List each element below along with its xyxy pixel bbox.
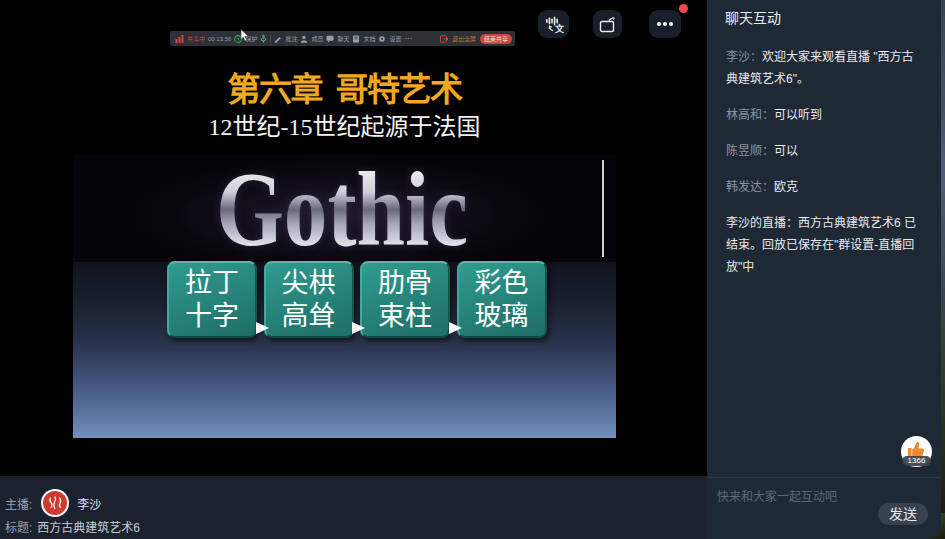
settings-icon[interactable] bbox=[378, 35, 386, 43]
like-count-badge: 1366 bbox=[902, 456, 931, 467]
flow-box-line: 肋骨 bbox=[362, 267, 448, 300]
banner-edge-line bbox=[602, 160, 604, 257]
host-row: 主播: 李沙 bbox=[5, 489, 101, 517]
rotate-screen-icon bbox=[599, 16, 617, 33]
presentation-slide: 第六章 哥特艺术 12世纪-15世纪起源于法国 bbox=[73, 31, 616, 438]
popout-icon[interactable] bbox=[440, 35, 449, 43]
flow-box-line: 拉丁 bbox=[169, 267, 255, 300]
desktop-wallpaper-edge bbox=[941, 0, 945, 539]
members-label[interactable]: 成员 bbox=[311, 34, 323, 43]
chat-panel: 聊天互动 李沙：欢迎大家来观看直播 "西方古典建筑艺术6"。 林高和：可以听到 … bbox=[707, 0, 941, 539]
host-avatar bbox=[41, 489, 69, 517]
more-options-button[interactable] bbox=[649, 10, 681, 38]
message-sender: 韩发达： bbox=[726, 180, 774, 194]
gothic-banner-image: Gothic Gothic bbox=[73, 155, 616, 262]
flow-arrow-icon bbox=[256, 322, 269, 334]
chat-label[interactable]: 聊天 bbox=[337, 34, 349, 43]
message-sender: 林高和： bbox=[726, 108, 774, 122]
toolbar-more-icon[interactable]: ⋯ bbox=[404, 33, 412, 44]
flow-box-line: 尖栱 bbox=[266, 267, 352, 300]
flow-box-4: 彩色 玻璃 bbox=[457, 261, 547, 338]
mic-icon[interactable] bbox=[260, 34, 267, 43]
video-area: 第六章 哥特艺术 12世纪-15世纪起源于法国 bbox=[0, 0, 707, 476]
chat-input-area: 快来和大家一起互动吧 发送 bbox=[707, 477, 941, 539]
more-options-icon bbox=[657, 22, 672, 25]
signal-bars-icon bbox=[175, 34, 184, 43]
stream-title-label: 标题: bbox=[5, 518, 32, 535]
annotate-label[interactable]: 批注 bbox=[285, 34, 297, 43]
slide-title: 第六章 哥特艺术 bbox=[73, 72, 616, 108]
bottom-info-bar: 主播: 李沙 标题: 西方古典建筑艺术6 bbox=[0, 476, 707, 539]
message-text: 欧克 bbox=[774, 180, 798, 194]
chat-panel-title: 聊天互动 bbox=[725, 8, 781, 28]
notification-dot bbox=[679, 4, 688, 13]
caption-translate-icon: 文 bbox=[544, 16, 564, 33]
stream-title-value: 西方古典建筑艺术6 bbox=[37, 518, 140, 535]
chat-message-list[interactable]: 李沙：欢迎大家来观看直播 "西方古典建筑艺术6"。 林高和：可以听到 陈昱顺：可… bbox=[726, 46, 922, 292]
message-sender: 陈昱顺： bbox=[726, 144, 774, 158]
chat-message: 林高和：可以听到 bbox=[726, 104, 922, 126]
share-status-label: 共享中 bbox=[187, 34, 205, 43]
slide-subtitle: 12世纪-15世纪起源于法国 bbox=[73, 112, 616, 142]
svg-text:文: 文 bbox=[554, 23, 564, 33]
flow-box-line: 玻璃 bbox=[459, 300, 545, 333]
flow-box-line: 彩色 bbox=[459, 267, 545, 300]
like-button[interactable]: 1366 bbox=[901, 436, 932, 467]
docs-icon[interactable] bbox=[352, 35, 360, 43]
flow-box-line: 十字 bbox=[169, 300, 255, 333]
chat-message: 陈昱顺：可以 bbox=[726, 140, 922, 162]
chat-icon[interactable] bbox=[326, 35, 334, 43]
send-button[interactable]: 发送 bbox=[878, 503, 928, 525]
flow-box-2: 尖栱 高耸 bbox=[264, 261, 354, 338]
chat-input[interactable]: 快来和大家一起互动吧 bbox=[717, 487, 837, 507]
message-text: 可以 bbox=[774, 144, 798, 158]
message-sender: 李沙： bbox=[726, 50, 762, 64]
annotate-icon[interactable] bbox=[274, 35, 282, 43]
rotate-screen-button[interactable] bbox=[593, 10, 622, 38]
stream-title-row: 标题: 西方古典建筑艺术6 bbox=[5, 518, 140, 535]
host-name: 李沙 bbox=[77, 495, 101, 512]
docs-label[interactable]: 文档 bbox=[363, 34, 375, 43]
flow-arrow-icon bbox=[352, 322, 365, 334]
chat-message: 李沙：欢迎大家来观看直播 "西方古典建筑艺术6"。 bbox=[726, 46, 922, 90]
share-timer: 00:13:56 bbox=[208, 36, 231, 42]
exit-fullscreen-label[interactable]: 退出全屏 bbox=[452, 34, 476, 43]
screen-share-toolbar[interactable]: 共享中 00:13:56 保护 批注 成员 聊天 文档 设置 ⋯ 退出全屏 结束… bbox=[170, 31, 515, 46]
message-sender: 李沙的直播： bbox=[726, 216, 798, 230]
caption-translate-button[interactable]: 文 bbox=[538, 10, 569, 38]
mouse-cursor bbox=[240, 29, 250, 42]
toolbar-separator bbox=[270, 35, 271, 43]
flow-box-line: 束柱 bbox=[362, 300, 448, 333]
flow-arrow-icon bbox=[449, 322, 462, 334]
chat-message: 韩发达：欧克 bbox=[726, 176, 922, 198]
flow-box-line: 高耸 bbox=[266, 300, 352, 333]
host-label: 主播: bbox=[5, 495, 32, 512]
flow-box-1: 拉丁 十字 bbox=[167, 261, 257, 338]
live-stream-window: 第六章 哥特艺术 12世纪-15世纪起源于法国 bbox=[0, 0, 945, 539]
members-icon[interactable] bbox=[300, 35, 308, 43]
settings-label[interactable]: 设置 bbox=[389, 34, 401, 43]
end-share-button[interactable]: 结束共享 bbox=[480, 34, 512, 44]
chat-message-system: 李沙的直播：西方古典建筑艺术6 已结束。回放已保存在"群设置-直播回放"中 bbox=[726, 212, 922, 278]
message-text: 可以听到 bbox=[774, 108, 822, 122]
gothic-word: Gothic bbox=[216, 155, 468, 262]
flow-box-3: 肋骨 束柱 bbox=[360, 261, 450, 338]
